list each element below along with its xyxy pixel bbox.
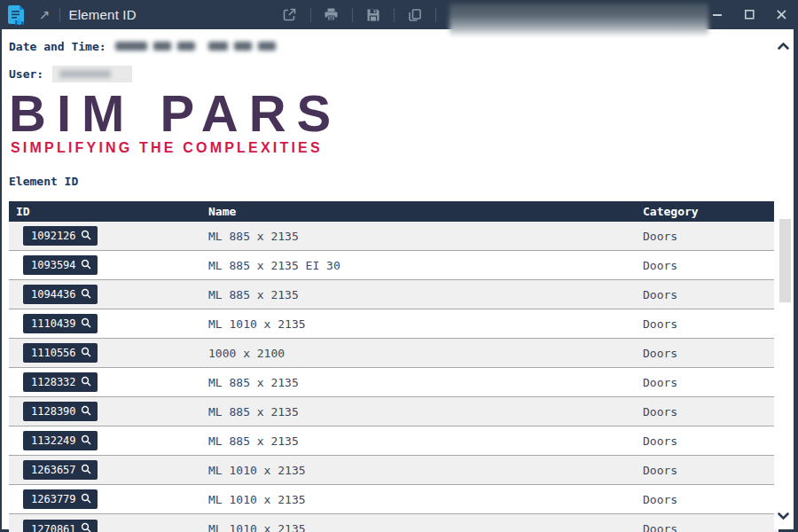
row-id-label: 1128332: [31, 376, 76, 388]
date-label: Date and Time:: [9, 40, 106, 53]
row-id-cell: 1128390: [9, 402, 208, 421]
row-name: ML 1010 x 2135: [208, 317, 643, 331]
search-icon: [81, 347, 91, 360]
row-id-cell: 1263657: [9, 460, 208, 480]
toolbar-divider: [394, 8, 395, 22]
element-id-button[interactable]: 1110556: [23, 343, 98, 363]
close-button[interactable]: [771, 5, 791, 25]
row-id-cell: 1270861: [9, 520, 208, 532]
row-id-cell: 1132249: [9, 431, 208, 450]
element-id-button[interactable]: 1128390: [23, 402, 98, 421]
search-icon: [81, 493, 91, 506]
table-row: 1094436 ML 885 x 2135 Doors: [9, 280, 778, 309]
row-id-cell: 1263779: [9, 489, 208, 509]
report-content: Date and Time: User: BIM PARS SIMPLIFYIN…: [2, 29, 794, 529]
row-id-label: 1110556: [31, 347, 76, 359]
column-header-name: Name: [208, 205, 643, 218]
element-id-button[interactable]: 1110439: [23, 314, 98, 333]
logo-text: BIM PARS: [9, 89, 794, 138]
toolbar-divider: [435, 8, 436, 22]
report-document-icon: [7, 4, 27, 26]
element-table: ID Name Category 1092126 ML 885 x 2135 D…: [9, 201, 778, 532]
row-category: Doors: [643, 230, 778, 243]
open-external-icon: [282, 7, 297, 22]
search-icon: [81, 522, 91, 532]
printer-icon: [324, 7, 339, 22]
row-name: ML 1010 x 2135: [208, 522, 643, 532]
table-row: 1110439 ML 1010 x 2135 Doors: [9, 309, 778, 339]
row-name: ML 885 x 2135: [208, 230, 643, 243]
chevron-down-icon: [777, 509, 790, 522]
row-id-cell: 1128332: [9, 372, 208, 392]
column-header-category: Category: [643, 205, 778, 218]
table-row: 1270861 ML 1010 x 2135 Doors: [9, 514, 778, 532]
element-id-button[interactable]: 1092126: [23, 226, 98, 246]
element-id-button[interactable]: 1093594: [23, 255, 98, 275]
row-id-cell: 1093594: [9, 255, 208, 275]
row-category: Doors: [643, 259, 778, 272]
open-external-button[interactable]: [278, 4, 301, 26]
maximize-button[interactable]: [739, 5, 759, 25]
search-icon: [81, 405, 91, 419]
search-icon: [81, 288, 91, 301]
row-name: ML 885 x 2135 EI 30: [208, 259, 643, 272]
copy-button[interactable]: [403, 4, 426, 26]
date-row: Date and Time:: [9, 38, 794, 54]
search-icon: [81, 434, 91, 448]
section-title: Element ID: [9, 175, 794, 188]
copy-icon: [408, 8, 422, 22]
row-name: ML 885 x 2135: [208, 434, 643, 448]
element-id-button[interactable]: 1270861: [23, 520, 98, 532]
search-icon: [81, 230, 91, 243]
row-category: Doors: [643, 464, 778, 477]
minimize-button[interactable]: [708, 5, 727, 25]
search-icon: [81, 464, 91, 477]
element-id-button[interactable]: 1128332: [23, 372, 98, 392]
table-row: 1263779 ML 1010 x 2135 Doors: [9, 485, 778, 514]
row-id-label: 1263779: [31, 493, 76, 505]
scroll-up-button[interactable]: [777, 40, 790, 53]
row-category: Doors: [643, 317, 778, 331]
row-id-label: 1128390: [31, 405, 76, 418]
toolbar-divider: [310, 8, 311, 22]
titlebar-divider: [59, 8, 60, 22]
user-label: User:: [9, 67, 43, 81]
toolbar-divider: [352, 8, 353, 22]
row-category: Doors: [643, 405, 778, 419]
table-row: 1110556 1000 x 2100 Doors: [9, 339, 778, 368]
element-id-button[interactable]: 1263779: [23, 489, 98, 509]
row-id-label: 1270861: [31, 523, 76, 532]
table-row: 1093594 ML 885 x 2135 EI 30 Doors: [9, 251, 778, 280]
table-row: 1132249 ML 885 x 2135 Doors: [9, 426, 778, 456]
row-category: Doors: [643, 288, 778, 301]
element-id-button[interactable]: 1132249: [23, 431, 98, 450]
scrollbar-thumb[interactable]: [779, 219, 791, 302]
print-button[interactable]: [320, 4, 343, 26]
element-id-button[interactable]: 1263657: [23, 460, 98, 480]
table-header: ID Name Category: [9, 201, 778, 222]
diagonal-arrow-icon[interactable]: ↗: [39, 7, 51, 23]
row-id-label: 1093594: [31, 259, 76, 271]
table-row: 1263657 ML 1010 x 2135 Doors: [9, 456, 778, 485]
floppy-save-icon: [366, 8, 380, 22]
app-window: ↗ Element ID: [0, 0, 798, 532]
row-id-cell: 1110556: [9, 343, 208, 363]
bim-pars-logo: BIM PARS SIMPLIFYING THE COMPLEXITIES: [9, 89, 794, 156]
element-id-button[interactable]: 1094436: [23, 285, 98, 304]
table-row: 1128390 ML 885 x 2135 Doors: [9, 397, 778, 426]
search-icon: [81, 317, 91, 331]
save-button[interactable]: [362, 4, 385, 26]
redacted-date-value: [115, 42, 276, 51]
titlebar-toolbar: [278, 4, 468, 26]
row-name: ML 885 x 2135: [208, 288, 643, 301]
window-title: Element ID: [69, 7, 137, 22]
row-id-label: 1092126: [31, 230, 76, 242]
scroll-down-button[interactable]: [777, 509, 790, 522]
redacted-user-value: [52, 66, 132, 82]
row-category: Doors: [643, 434, 778, 448]
row-name: ML 885 x 2135: [208, 376, 643, 389]
table-row: 1128332 ML 885 x 2135 Doors: [9, 368, 778, 397]
row-id-cell: 1110439: [9, 314, 208, 333]
row-id-label: 1110439: [31, 317, 76, 330]
redacted-titlebar-region: [450, 4, 708, 35]
